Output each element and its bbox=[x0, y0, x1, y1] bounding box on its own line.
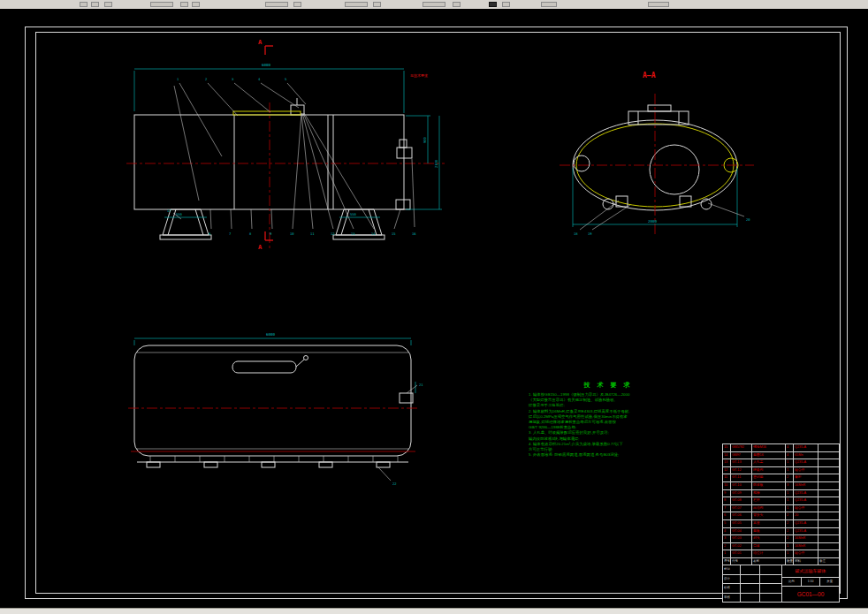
parts-cell-remark bbox=[819, 543, 839, 550]
parts-row: 14 GB97 垫圈16 4 65Mn bbox=[723, 452, 839, 460]
title-block-row: 审核 bbox=[723, 594, 781, 603]
parts-cell-code: GB97 bbox=[731, 452, 752, 459]
parts-cell-seq: 12 bbox=[723, 467, 731, 474]
title-block-row: 标记 bbox=[723, 565, 781, 575]
dimension-label: 2000 bbox=[648, 219, 658, 224]
parts-cell-remark bbox=[819, 528, 839, 535]
parts-row: 3 GT-03 封头 2 16MnR bbox=[723, 535, 839, 543]
callout-number: 1 bbox=[177, 77, 179, 81]
note-line: 5. 外表面涂漆: 防锈底漆两道,面漆两道,色号B03深绿; bbox=[529, 452, 688, 458]
callout-number: 8 bbox=[249, 231, 252, 236]
parts-cell-seq: 7 bbox=[723, 505, 731, 512]
parts-cell-remark bbox=[819, 474, 839, 481]
section-cut-label-bottom: A bbox=[258, 244, 263, 251]
title-block-name-area: 罐式运输车罐体 比例 1:10 质量 GC01—00 bbox=[782, 565, 839, 602]
callout-number: 9 bbox=[270, 231, 272, 236]
callout-number: 18 bbox=[574, 231, 578, 236]
callout-number: 17 bbox=[167, 208, 171, 213]
title-block-blank bbox=[760, 584, 781, 593]
parts-row: 5 GT-05 支座 2 Q235-A bbox=[723, 520, 839, 528]
parts-cell-remark bbox=[819, 520, 839, 527]
parts-cell-seq: 13 bbox=[723, 459, 731, 466]
parts-cell-qty: 2 bbox=[786, 535, 794, 542]
title-block-signature-area: 标记 设计 校核 审核 bbox=[723, 565, 782, 602]
parts-row: 1 GT-01 油位计 1 组合件 bbox=[723, 550, 839, 557]
dimension-label: 6000 bbox=[266, 332, 276, 337]
top-view[interactable]: 6000 bbox=[128, 332, 423, 486]
parts-cell-code: GT-02 bbox=[731, 543, 752, 550]
parts-cell-name: 爬梯 bbox=[752, 490, 786, 497]
parts-cell-remark bbox=[819, 497, 839, 504]
parts-cell-qty: 1 bbox=[786, 505, 794, 512]
dimension-label: 2100 bbox=[434, 159, 438, 168]
parts-cell-name: 栏杆 bbox=[752, 497, 786, 504]
parts-cell-qty: 1 bbox=[786, 459, 794, 466]
parts-cell-remark bbox=[819, 459, 839, 466]
title-block-blank bbox=[741, 575, 760, 584]
parts-cell-seq: 5 bbox=[723, 520, 731, 527]
callout-number: 11 bbox=[310, 231, 315, 236]
parts-cell-qty: 2 bbox=[786, 512, 794, 519]
parts-cell-qty: 2 bbox=[786, 474, 794, 481]
parts-row: 13 GT-13 人孔盖 1 Q235-A bbox=[723, 459, 839, 467]
parts-cell-qty: 1 bbox=[786, 550, 794, 557]
parts-cell-name: 封头 bbox=[752, 535, 786, 542]
side-view[interactable]: A A 6000 900 2100 550 550 见 bbox=[126, 39, 445, 251]
parts-cell-seq: 4 bbox=[723, 528, 731, 535]
callout-number: 22 bbox=[392, 481, 397, 486]
drawing-title: 罐式运输车罐体 bbox=[782, 565, 839, 578]
parts-cell-remark bbox=[819, 535, 839, 542]
parts-cell-code: GT-10 bbox=[731, 482, 752, 489]
header-cell: 备注 bbox=[819, 558, 839, 565]
parts-cell-name: 人孔盖 bbox=[752, 459, 786, 466]
parts-row: 15 GB5782 螺栓M16 4 Q235-A bbox=[723, 444, 839, 452]
callout-number: 12 bbox=[331, 231, 335, 236]
parts-cell-material: Q235-A bbox=[794, 459, 819, 466]
mass-label: 质量 bbox=[820, 578, 839, 586]
parts-row: 10 GT-10 防波板 3 16MnR bbox=[723, 482, 839, 490]
parts-cell-qty: 1 bbox=[786, 490, 794, 497]
parts-cell-remark bbox=[819, 452, 839, 459]
status-bar-strip bbox=[0, 608, 868, 614]
parts-cell-seq: 6 bbox=[723, 512, 731, 519]
title-block-blank bbox=[741, 584, 760, 593]
title-block-label: 标记 bbox=[723, 565, 741, 574]
parts-cell-code: GT-05 bbox=[731, 520, 752, 527]
red-annotation: 见技术要求 bbox=[410, 73, 428, 78]
header-cell: 数量 bbox=[786, 558, 794, 565]
callout-number: 10 bbox=[290, 231, 294, 236]
dimension-label: 900 bbox=[423, 136, 427, 143]
technical-notes-lines: 1. 罐体按GB150—1998《钢制压力容器》及JB4726—2000《大型焊… bbox=[529, 392, 688, 458]
callout-number: 7 bbox=[229, 231, 231, 236]
cad-application-window: A A 6000 900 2100 550 550 见 bbox=[0, 0, 868, 614]
parts-cell-qty: 3 bbox=[786, 482, 794, 489]
title-block-scale-row: 比例 1:10 质量 bbox=[782, 578, 839, 587]
parts-cell-code: GT-06 bbox=[731, 512, 752, 519]
parts-cell-material: Q235-A bbox=[794, 528, 819, 535]
parts-cell-name: 支座 bbox=[752, 520, 786, 527]
parts-cell-remark bbox=[819, 444, 839, 451]
parts-row: 6 GT-06 管接头 2 20 bbox=[723, 512, 839, 520]
parts-cell-code: GB5782 bbox=[731, 444, 752, 451]
parts-cell-name: 防波板 bbox=[752, 482, 786, 489]
scale-value: 1:10 bbox=[802, 578, 821, 586]
parts-cell-code: GT-13 bbox=[731, 459, 752, 466]
parts-cell-seq: 9 bbox=[723, 490, 731, 497]
section-view[interactable]: A—A 2000 bbox=[560, 72, 754, 236]
drawing-canvas[interactable]: A A 6000 900 2100 550 550 见 bbox=[0, 9, 868, 609]
parts-cell-code: GT-12 bbox=[731, 467, 752, 474]
parts-cell-name: 垫板 bbox=[752, 528, 786, 535]
parts-cell-code: GT-11 bbox=[731, 474, 752, 481]
parts-cell-name: 油位计 bbox=[752, 550, 786, 557]
parts-cell-seq: 1 bbox=[723, 550, 731, 557]
parts-cell-code: GT-01 bbox=[731, 550, 752, 557]
parts-row: 8 GT-08 栏杆 1 Q235-A bbox=[723, 497, 839, 505]
parts-cell-code: GT-04 bbox=[731, 528, 752, 535]
callout-number: 3 bbox=[232, 77, 233, 81]
title-block-label: 审核 bbox=[723, 594, 741, 603]
title-block-row: 校核 bbox=[723, 584, 781, 594]
title-block-blank bbox=[760, 594, 781, 603]
header-cell: 序号 bbox=[723, 558, 731, 565]
callout-number: 4 bbox=[258, 77, 261, 81]
parts-cell-name: 螺栓M16 bbox=[752, 444, 786, 451]
